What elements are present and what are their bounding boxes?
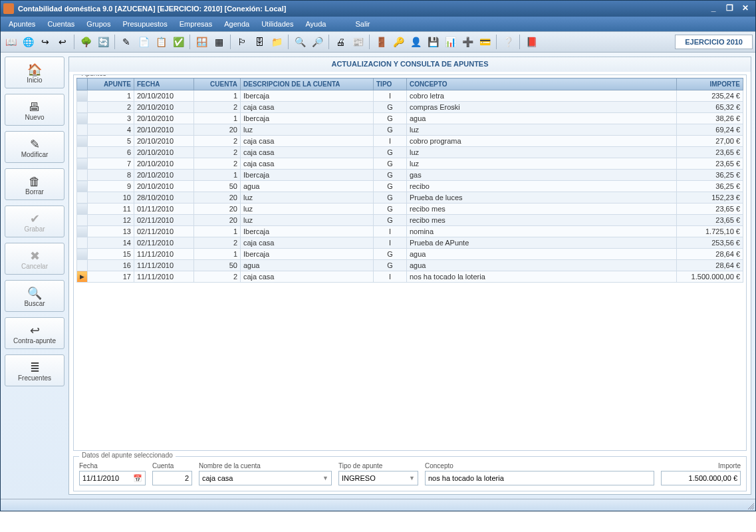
- tb-folder-icon[interactable]: 📁: [269, 35, 284, 49]
- side-btn-buscar[interactable]: 🔍Buscar: [5, 280, 64, 312]
- tb-sheet-icon[interactable]: 📊: [443, 35, 457, 49]
- tb-zoom-icon[interactable]: 🔎: [310, 35, 324, 49]
- menu-presupuestos[interactable]: Presupuestos: [117, 19, 172, 29]
- side-label: Grabar: [24, 225, 45, 233]
- tb-window-icon[interactable]: 🪟: [194, 35, 209, 49]
- cell-importe: 1.725,10 €: [677, 226, 743, 237]
- grid-scroll[interactable]: APUNTE FECHA CUENTA DESCRIPCION DE LA CU…: [76, 78, 743, 448]
- inicio-icon: 🏠: [27, 63, 42, 76]
- table-row[interactable]: 320/10/20101IbercajaGagua38,26 €: [77, 113, 743, 124]
- cell-cuenta: 1: [194, 90, 241, 102]
- tb-help-icon[interactable]: ❔: [501, 35, 515, 49]
- detail-cuenta-input[interactable]: 2: [152, 471, 192, 485]
- menu-grupos[interactable]: Grupos: [81, 19, 116, 29]
- side-btn-frecuentes[interactable]: ≣Frecuentes: [5, 354, 64, 386]
- menu-empresas[interactable]: Empresas: [174, 19, 218, 29]
- tb-search-icon[interactable]: 🔍: [293, 35, 307, 49]
- menu-ayuda[interactable]: Ayuda: [300, 19, 331, 29]
- calendar-icon[interactable]: 📅: [133, 474, 142, 483]
- tb-card-icon[interactable]: 💳: [477, 35, 492, 49]
- tb-db-icon[interactable]: 🗄: [252, 35, 267, 49]
- side-btn-modificar[interactable]: ✎Modificar: [5, 131, 64, 163]
- menu-cuentas[interactable]: Cuentas: [42, 19, 80, 29]
- cell-apunte: 8: [88, 170, 134, 181]
- table-row[interactable]: 220/10/20102caja casaGcompras Eroski65,3…: [77, 102, 743, 113]
- table-row[interactable]: 1511/11/20101IbercajaGagua28,64 €: [77, 249, 743, 260]
- col-tipo[interactable]: TIPO: [374, 78, 407, 90]
- cell-concepto: agua: [407, 260, 677, 271]
- table-row[interactable]: 520/10/20102caja casaIcobro programa27,0…: [77, 136, 743, 147]
- menu-utilidades[interactable]: Utilidades: [256, 19, 299, 29]
- tb-exit-icon[interactable]: 📕: [524, 35, 539, 49]
- menu-agenda[interactable]: Agenda: [219, 19, 255, 29]
- close-button[interactable]: ✕: [738, 3, 753, 14]
- tb-preview-icon[interactable]: 📰: [350, 35, 365, 49]
- tb-save-icon[interactable]: 💾: [426, 35, 440, 49]
- tb-check-icon[interactable]: ✅: [171, 35, 186, 49]
- table-row[interactable]: 920/10/201050aguaGrecibo36,25 €: [77, 181, 743, 192]
- tb-door-icon[interactable]: 🚪: [374, 35, 388, 49]
- side-btn-inicio[interactable]: 🏠Inicio: [5, 57, 64, 88]
- table-row[interactable]: 1101/11/201020luzGrecibo mes23,65 €: [77, 203, 743, 215]
- table-row[interactable]: 1302/11/20101IbercajaInomina1.725,10 €: [77, 226, 743, 237]
- tb-export-icon[interactable]: ↪: [38, 35, 53, 49]
- tb-refresh-icon[interactable]: 🔄: [96, 35, 110, 49]
- side-btn-grabar: ✔Grabar: [5, 205, 64, 237]
- cell-fecha: 02/11/2010: [134, 237, 194, 249]
- minimize-button[interactable]: _: [706, 3, 721, 14]
- col-importe[interactable]: IMPORTE: [677, 78, 743, 90]
- tb-tree-icon[interactable]: 🌳: [78, 35, 93, 49]
- tb-user-icon[interactable]: 👤: [408, 35, 423, 49]
- cell-concepto: recibo mes: [407, 203, 677, 215]
- detail-fecha-label: Fecha: [79, 462, 146, 469]
- apuntes-grid[interactable]: APUNTE FECHA CUENTA DESCRIPCION DE LA CU…: [76, 78, 743, 283]
- detail-tipo-select[interactable]: INGRESO ▼: [338, 471, 418, 485]
- cell-concepto: Prueba de luces: [407, 192, 677, 203]
- cell-desc: luz: [241, 192, 374, 203]
- table-row[interactable]: 420/10/201020luzGluz69,24 €: [77, 124, 743, 136]
- col-fecha[interactable]: FECHA: [134, 78, 194, 90]
- table-row[interactable]: 720/10/20102caja casaGluz23,65 €: [77, 158, 743, 170]
- tb-grid-icon[interactable]: ▦: [211, 35, 226, 49]
- side-btn-contra-apunte[interactable]: ↩Contra-apunte: [5, 317, 64, 349]
- col-apunte[interactable]: APUNTE: [88, 78, 134, 90]
- table-row[interactable]: 1611/11/201050aguaGagua28,64 €: [77, 260, 743, 271]
- tb-edit-icon[interactable]: ✎: [119, 35, 134, 49]
- cell-importe: 28,64 €: [677, 260, 743, 271]
- col-concepto[interactable]: CONCEPTO: [407, 78, 677, 90]
- col-rowhead[interactable]: [77, 78, 88, 90]
- tb-world-icon[interactable]: 🌐: [21, 35, 35, 49]
- table-row[interactable]: 820/10/20101IbercajaGgas36,25 €: [77, 170, 743, 181]
- row-indicator: [77, 158, 88, 170]
- tb-add-icon[interactable]: ➕: [460, 35, 475, 49]
- maximize-button[interactable]: ❐: [722, 3, 737, 14]
- tb-filter-icon[interactable]: 🏳: [235, 35, 249, 49]
- side-btn-borrar[interactable]: 🗑Borrar: [5, 168, 64, 200]
- table-row[interactable]: 1402/11/20102caja casaIPrueba de APunte2…: [77, 237, 743, 249]
- detail-concepto-input[interactable]: nos ha tocado la loteria: [425, 471, 654, 485]
- col-desc[interactable]: DESCRIPCION DE LA CUENTA: [241, 78, 374, 90]
- side-btn-nuevo[interactable]: 🖶Nuevo: [5, 94, 64, 126]
- table-row[interactable]: 1202/11/201020luzGrecibo mes23,65 €: [77, 215, 743, 226]
- resize-grip-icon[interactable]: [746, 501, 754, 509]
- tb-book-icon[interactable]: 📖: [3, 35, 18, 49]
- detail-nombre-select[interactable]: caja casa ▼: [199, 471, 332, 485]
- col-cuenta[interactable]: CUENTA: [194, 78, 241, 90]
- detail-importe-input[interactable]: 1.500.000,00 €: [661, 471, 741, 485]
- table-row[interactable]: 620/10/20102caja casaGluz23,65 €: [77, 147, 743, 158]
- tb-key-icon[interactable]: 🔑: [391, 35, 406, 49]
- cell-apunte: 9: [88, 181, 134, 192]
- table-row[interactable]: 1028/10/201020luzGPrueba de luces152,23 …: [77, 192, 743, 203]
- tb-import-icon[interactable]: ↩: [55, 35, 70, 49]
- table-row[interactable]: ▶1711/11/20102caja casaInos ha tocado la…: [77, 271, 743, 283]
- tb-copy-icon[interactable]: 📋: [154, 35, 168, 49]
- detail-importe-value: 1.500.000,00 €: [689, 474, 737, 482]
- tb-print-icon[interactable]: 🖨: [333, 35, 348, 49]
- table-row[interactable]: 120/10/20101IbercajaIcobro letra235,24 €: [77, 90, 743, 102]
- titlebar[interactable]: Contabilidad doméstica 9.0 [AZUCENA] [EJ…: [1, 1, 755, 17]
- detail-fecha-input[interactable]: 11/11/2010 📅: [79, 471, 146, 485]
- menu-apuntes[interactable]: Apuntes: [3, 19, 41, 29]
- tb-note-icon[interactable]: 📄: [136, 35, 151, 49]
- cell-apunte: 5: [88, 136, 134, 147]
- menu-salir[interactable]: Salir: [350, 19, 375, 29]
